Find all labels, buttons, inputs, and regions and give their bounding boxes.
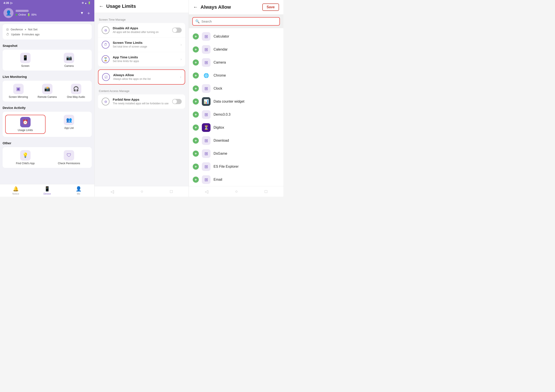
snapshot-camera-item[interactable]: 📷 Camera [49,53,89,67]
usage-limits-item[interactable]: ⏰ Usage Limits [5,115,45,134]
app-item[interactable]: + ⊞ Camera [189,56,283,69]
search-icon: 🔍 [195,19,200,23]
app-item[interactable]: + ⊞ Email [189,173,283,186]
remote-camera-item[interactable]: 📸 Remote Camera [34,84,60,98]
app-name-label: DsGame [213,152,227,155]
app-item[interactable]: + ⏳ Digitox [189,121,283,134]
middle-panel-title: Usage Limits [106,3,136,9]
notice-icon: 🔔 [13,186,19,192]
middle-back-button[interactable]: ← [99,3,104,9]
disable-all-apps-toggle[interactable] [172,28,182,33]
right-nav-home[interactable]: ○ [235,189,238,194]
app-add-button[interactable]: + [193,138,199,144]
middle-nav-recents[interactable]: □ [170,189,173,194]
always-allow-icon: ☑ [102,73,110,81]
disable-all-apps-sub: All apps will be disabled after turning … [113,30,169,34]
dropdown-icon[interactable]: ▾ [81,10,83,16]
app-icon: ⏳ [202,123,211,132]
snapshot-screen-item[interactable]: 📱 Screen [5,53,45,67]
app-item[interactable]: + ⊞ ES File Explorer [189,160,283,173]
add-icon[interactable]: ＋ [87,10,91,16]
geofence-row: ◎ Geofence ● Not Set [6,27,88,32]
screen-time-manage-label: Screen Time Manage [98,16,185,23]
remote-camera-label: Remote Camera [37,96,57,98]
app-item[interactable]: + 🌐 Chrome [189,69,283,82]
right-nav-back[interactable]: ◁ [205,189,208,194]
app-icon: ⊞ [202,162,211,171]
app-item[interactable]: + 📊 Data counter widget [189,95,283,108]
forbid-new-apps-text: Forbid New Apps The newly installed apps… [113,98,169,105]
screen-mirroring-item[interactable]: ▣ Screen Mirroring [5,84,31,98]
app-item[interactable]: + ⊞ Calendar [189,43,283,56]
disable-all-apps-item[interactable]: ⊖ Disable All Apps All apps will be disa… [98,23,185,37]
app-item[interactable]: + ⊞ Clock [189,82,283,95]
app-icon: 🌐 [202,71,211,80]
app-name-label: Demo3.0.3 [213,113,230,117]
app-item[interactable]: + ⊞ Download [189,134,283,147]
app-add-button[interactable]: + [193,46,199,52]
app-add-button[interactable]: + [193,33,199,39]
app-name-label: Download [213,139,229,142]
geofence-value-text: Not Set [28,28,37,31]
usage-limits-icon: ⏰ [20,117,30,127]
app-add-button[interactable]: + [193,177,199,183]
app-time-limits-item[interactable]: ⌛ App Time Limits Set time limits for ap… [98,52,185,67]
nav-me[interactable]: 👤 Me [63,186,94,195]
scroll-content: ◎ Geofence ● Not Set ⏱ Update 9 minutes … [0,22,94,184]
status-bar-right: ⊖ ▲ 🔋 [82,1,91,4]
nav-notice[interactable]: 🔔 Notice [0,186,31,195]
one-way-audio-item[interactable]: 🎧 One-Way Audio [63,84,89,98]
check-permissions-item[interactable]: 🛡 Check Permissions [49,150,89,165]
me-label: Me [77,192,80,195]
profile-info: Online 🔋 89% [16,10,37,16]
other-grid: 💡 Find Child's App 🛡 Check Permissions [3,147,92,168]
right-back-button[interactable]: ← [193,4,198,10]
screen-time-limits-item[interactable]: ⏱ Screen Time Limits Set total time of s… [98,37,185,52]
app-icon: ⊞ [202,110,211,119]
app-add-button[interactable]: + [193,85,199,92]
app-item[interactable]: + ⊞ Calculator [189,30,283,43]
app-name-label: Email [213,178,222,182]
forbid-new-apps-toggle[interactable] [172,99,182,104]
screen-time-manage-card: ⊖ Disable All Apps All apps will be disa… [98,23,185,67]
screen-time-limits-sub: Set total time of screen usage [113,45,178,49]
play-icon: ▷ [10,1,13,5]
app-add-button[interactable]: + [193,125,199,131]
app-time-limits-title: App Time Limits [113,55,178,59]
app-add-button[interactable]: + [193,98,199,104]
one-way-audio-label: One-Way Audio [67,96,85,98]
right-panel: ← Always Allow Save 🔍 + ⊞ Calculator + ⊞… [189,0,283,197]
middle-nav-home[interactable]: ○ [140,189,143,194]
app-add-button[interactable]: + [193,59,199,66]
username-placeholder [16,10,29,12]
middle-panel: ← Usage Limits Screen Time Manage ⊖ Disa… [94,0,189,197]
always-allow-item[interactable]: ☑ Always Allow Always allow the apps on … [98,70,185,84]
app-time-icon: ⌛ [102,55,110,63]
app-icon: ⊞ [202,175,211,184]
app-add-button[interactable]: + [193,73,199,79]
app-item[interactable]: + ⊞ DsGame [189,147,283,160]
app-list-icon: 👥 [64,115,74,125]
search-input[interactable] [201,20,277,23]
app-add-button[interactable]: + [193,163,199,170]
save-button[interactable]: Save [262,3,279,11]
always-allow-card[interactable]: ☑ Always Allow Always allow the apps on … [98,69,185,85]
app-list-item[interactable]: 👥 App List [49,115,89,134]
app-add-button[interactable]: + [193,151,199,157]
app-add-button[interactable]: + [193,111,199,118]
search-bar: 🔍 [192,17,280,26]
clock-icon: ⏱ [6,33,9,36]
always-allow-text: Always Allow Always allow the apps on th… [113,73,177,81]
right-panel-title: Always Allow [201,4,231,10]
audio-icon: 🎧 [71,84,81,94]
find-child-item[interactable]: 💡 Find Child's App [5,150,45,165]
time-display: 4:35 [3,1,9,5]
app-icon: 📊 [202,97,211,106]
right-nav-recents[interactable]: □ [265,189,267,194]
geofence-value: ● [24,28,26,31]
live-monitoring-title: Live Monitoring [3,73,92,81]
nav-device[interactable]: 📱 Device [31,186,63,195]
app-item[interactable]: + ⊞ Demo3.0.3 [189,108,283,121]
forbid-new-apps-item[interactable]: ⊖ Forbid New Apps The newly installed ap… [98,94,185,109]
middle-nav-back[interactable]: ◁ [110,189,114,194]
